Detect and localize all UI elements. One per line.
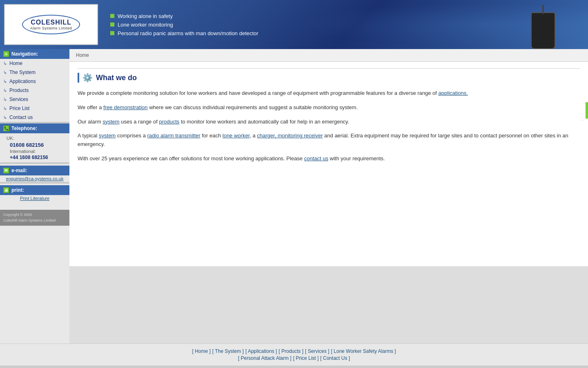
sidebar-item-contact-us[interactable]: ↳ Contact us — [0, 113, 69, 122]
logo-subtitle: Alarm Systems Limited — [30, 26, 72, 30]
footer-link-contact-us[interactable]: [ Contact Us ] — [320, 355, 350, 361]
header: COLESHILL Alarm Systems Limited Working … — [0, 0, 588, 49]
footer-links-row-1: [ Home ] [ The System ] [ Applications ]… — [0, 348, 588, 354]
device-icon — [531, 12, 555, 49]
products-link[interactable]: products — [159, 119, 179, 125]
system-link-2[interactable]: system — [99, 132, 116, 139]
main-wrapper: + Navigation: ↳ Home ↳ The System ↳ Appl… — [0, 49, 588, 343]
sidebar-email-header: ✉ e-mail: — [0, 166, 69, 175]
nav-plus-icon: + — [3, 51, 9, 57]
nav-arrow-icon: ↳ — [3, 97, 7, 102]
footer-link-services[interactable]: [ Services ] — [305, 348, 329, 354]
copyright: Copyright © 2000 Coleshill Alarm Systems… — [0, 210, 69, 226]
email-link[interactable]: enquiries@ca-systems.co.uk — [0, 175, 69, 182]
sidebar-item-products[interactable]: ↳ Products — [0, 86, 69, 95]
lone-worker-link[interactable]: lone worker — [223, 132, 249, 139]
nav-arrow-icon: ↳ — [3, 61, 7, 66]
sidebar-print-section: 🖨 print: Print Literature — [0, 185, 69, 202]
sidebar-nav-section: + Navigation: ↳ Home ↳ The System ↳ Appl… — [0, 49, 69, 122]
footer-link-products[interactable]: [ Products ] — [278, 348, 303, 354]
charger-link[interactable]: charger, monitoring receiver — [257, 132, 323, 139]
applications-link[interactable]: applications. — [439, 90, 468, 96]
phone-uk-number: 01608 682156 — [3, 141, 66, 148]
sidebar-email-section: ✉ e-mail: enquiries@ca-systems.co.uk — [0, 166, 69, 182]
page-title-bar: ⚙️ What we do — [78, 73, 580, 83]
content-inner: ⚙️ What we do We provide a complete moni… — [69, 62, 588, 266]
print-literature-link[interactable]: Print Literature — [0, 195, 69, 202]
sidebar-item-price-list[interactable]: ↳ Price List — [0, 104, 69, 113]
print-icon: 🖨 — [3, 187, 9, 193]
breadcrumb: Home — [69, 49, 588, 62]
header-bullet-1: Working alone in safety — [110, 13, 580, 19]
nav-arrow-icon: ↳ — [3, 79, 7, 84]
page-title-icon: ⚙️ — [82, 73, 93, 83]
header-content: Working alone in safety Lone worker moni… — [102, 0, 588, 49]
page-title: What we do — [96, 74, 137, 82]
bullet-icon — [110, 31, 114, 35]
footer-link-applications[interactable]: [ Applications ] — [245, 348, 277, 354]
email-icon: ✉ — [3, 168, 9, 173]
logo: COLESHILL Alarm Systems Limited — [22, 15, 80, 34]
header-bullet-2: Lone worker monitoring — [110, 22, 580, 28]
sidebar-item-the-system[interactable]: ↳ The System — [0, 68, 69, 77]
sidebar-divider-3 — [0, 182, 69, 184]
sidebar: + Navigation: ↳ Home ↳ The System ↳ Appl… — [0, 49, 69, 343]
footer-link-lone-worker[interactable]: [ Lone Worker Safety Alarms ] — [331, 348, 396, 354]
content-paragraph-5: With over 25 years experience we can off… — [78, 155, 580, 163]
nav-arrow-icon: ↳ — [3, 115, 7, 120]
contact-us-link[interactable]: contact us — [304, 155, 328, 162]
free-demo-link[interactable]: free demonstration — [103, 104, 147, 110]
bullet-icon — [110, 22, 114, 27]
content-paragraph-3: Our alarm system uses a range of product… — [78, 118, 580, 126]
content-area: Home ⚙️ What we do We provide a complete… — [69, 49, 588, 266]
sidebar-phone-section: 📞 Telephone: UK: 01608 682156 Internatio… — [0, 123, 69, 162]
footer-link-personal-attack[interactable]: [ Personal Attack Alarm ] — [238, 355, 292, 361]
green-accent-bar — [586, 102, 588, 119]
header-bullet-3: Personal radio panic alarms with man dow… — [110, 30, 580, 36]
nav-arrow-icon: ↳ — [3, 106, 7, 111]
sidebar-divider-2 — [0, 162, 69, 164]
footer-link-the-system[interactable]: [ The System ] — [212, 348, 244, 354]
phone-intl-number: +44 1608 682156 — [3, 154, 66, 161]
sidebar-nav-header: + Navigation: — [0, 49, 69, 59]
logo-title: COLESHILL — [30, 19, 72, 26]
content-paragraph-1: We provide a complete monitoring solutio… — [78, 89, 580, 98]
content-paragraph-4: A typical system comprises a radio alarm… — [78, 132, 580, 149]
footer-nav: [ Home ] [ The System ] [ Applications ]… — [0, 343, 588, 366]
system-link-1[interactable]: system — [102, 119, 119, 125]
bullet-icon — [110, 14, 114, 18]
sidebar-item-services[interactable]: ↳ Services — [0, 95, 69, 104]
sidebar-phone-header: 📞 Telephone: — [0, 123, 69, 133]
content-divider — [78, 68, 580, 69]
radio-alarm-link[interactable]: radio alarm transmitter — [147, 132, 200, 139]
dots-decoration: · · ·· · ·· · · — [580, 112, 585, 122]
nav-arrow-icon: ↳ — [3, 70, 7, 75]
sidebar-item-applications[interactable]: ↳ Applications — [0, 77, 69, 86]
footer-link-home[interactable]: [ Home ] — [192, 348, 210, 354]
sidebar-print-header: 🖨 print: — [0, 185, 69, 195]
content-paragraph-2: We offer a free demonstration where we c… — [78, 103, 580, 112]
sidebar-item-home[interactable]: ↳ Home — [0, 59, 69, 68]
phone-intl-label: International: — [3, 148, 66, 154]
nav-arrow-icon: ↳ — [3, 88, 7, 93]
phone-icon: 📞 — [3, 126, 9, 131]
logo-area: COLESHILL Alarm Systems Limited — [4, 4, 98, 45]
footer-links-row-2: [ Personal Attack Alarm ] [ Price List ]… — [0, 355, 588, 361]
footer-link-price-list[interactable]: [ Price List ] — [293, 355, 319, 361]
phone-uk-label: UK: — [3, 135, 66, 141]
content-wrapper: Home ⚙️ What we do We provide a complete… — [69, 49, 588, 343]
